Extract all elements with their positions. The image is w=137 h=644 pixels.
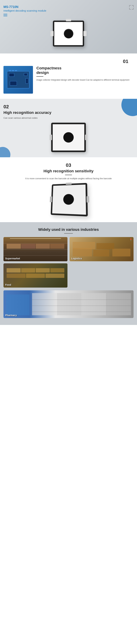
- shelf-row-1: [32, 300, 131, 300]
- shelf-lines-pharmacy: [4, 290, 133, 318]
- feature-title-compactness: Compactnessdesign: [36, 66, 133, 75]
- menu-line-1: [4, 14, 7, 14]
- industries-grid: Supermarket 📍 Logistics: [4, 237, 133, 318]
- box-2: [93, 250, 109, 256]
- food-item: [50, 268, 64, 272]
- pcb-chip-2: [24, 73, 27, 76]
- ceiling-light: [10, 238, 61, 239]
- food-item: [26, 274, 45, 278]
- pcb-board: [7, 71, 30, 88]
- food-label: Food: [5, 284, 11, 286]
- shelf-row-3: [32, 312, 131, 312]
- scanner-tab-top: [66, 19, 71, 21]
- scan-corners-icon: [129, 5, 133, 10]
- hero-top: MS-7710N Intelligent decoding scanning m…: [4, 5, 133, 16]
- hero-title-block: MS-7710N Intelligent decoding scanning m…: [4, 5, 46, 16]
- food-item: [7, 268, 21, 272]
- feature-number-02: 02: [4, 104, 133, 110]
- food-items-2: [7, 274, 64, 278]
- shelf-line-3: [4, 255, 67, 256]
- scanner-tab3-right: [87, 196, 89, 202]
- menu-line-2: [4, 15, 7, 15]
- scanner-device-2: [51, 123, 86, 152]
- pharmacy-image: [4, 290, 133, 318]
- food-image: [4, 263, 67, 288]
- feature-compactness-content: Compactnessdesign image collector Integr…: [4, 66, 133, 94]
- shelf-line-2: [4, 249, 67, 250]
- industry-card-pharmacy[interactable]: Pharmacy: [4, 290, 133, 318]
- scanner-tab-right: [83, 31, 87, 36]
- hero-subtitle: Intelligent decoding scanning module: [4, 9, 46, 12]
- industries-title: Widely used in various industries: [4, 227, 133, 232]
- feature-divider: [36, 76, 43, 77]
- shelf-lines-food: [4, 263, 67, 288]
- hero-product-image: [4, 20, 133, 46]
- feature-title-accuracy: High recognition accuracy: [4, 110, 133, 115]
- industry-card-food[interactable]: Food: [4, 263, 67, 288]
- pcb-chip-3: [10, 81, 17, 86]
- product-item: [21, 244, 35, 249]
- feature-desc-compactness: image collector Integrated design with d…: [36, 78, 133, 82]
- feature-compactness-section: 01 Compactnessdesign image collector Int…: [0, 54, 137, 99]
- menu-icon[interactable]: [4, 14, 46, 16]
- feature-accuracy-section: 02 High recognition accuracy Can scan va…: [0, 99, 137, 157]
- feature-desc-accuracy: Can scan various abnormal codes: [4, 116, 133, 119]
- feature-sensitivity-section: 03 High recognition sensitivity It is mo…: [0, 157, 137, 222]
- feature-title-sensitivity: High recognition sensitivity: [4, 169, 133, 173]
- box-5: [96, 243, 114, 249]
- location-icon: 📍: [129, 238, 132, 241]
- food-item: [7, 274, 26, 278]
- scanner-device-3: [51, 183, 88, 216]
- product-item: [50, 244, 64, 249]
- feature-number-03: 03: [4, 162, 133, 168]
- logistics-label: Logistics: [71, 257, 82, 260]
- scanner-device: [53, 20, 84, 46]
- accuracy-scanner-image: [4, 123, 133, 152]
- food-items-1: [7, 268, 64, 272]
- product-item: [36, 244, 50, 249]
- scanner-lens: [64, 29, 73, 38]
- feature-image-compactness: [4, 66, 33, 94]
- scanner-tab2-right: [85, 134, 87, 140]
- industries-divider: [64, 233, 73, 234]
- industries-section: Widely used in various industries: [0, 222, 137, 325]
- connector-3: [15, 70, 17, 72]
- scanner-tab3-left: [50, 196, 52, 202]
- hero-model: MS-7710N: [4, 5, 46, 9]
- scanner-lens-2: [63, 132, 74, 142]
- food-item: [21, 268, 35, 272]
- pharmacy-label: Pharmacy: [5, 314, 17, 317]
- box-4: [73, 242, 95, 249]
- pcb-chip-1: [9, 73, 14, 77]
- pharmacy-shelf-4: [106, 293, 131, 315]
- feature-desc-sensitivity: It is more convenient to scan the barcod…: [4, 177, 133, 180]
- industry-card-supermarket[interactable]: Supermarket: [4, 237, 67, 261]
- corner-br: [132, 8, 133, 10]
- pharmacy-shelves: [32, 293, 131, 315]
- scanner-tab-left: [50, 31, 54, 36]
- product-item: [7, 244, 21, 249]
- sensitivity-scanner-image: [4, 183, 133, 215]
- industry-card-logistics[interactable]: 📍 Logistics: [70, 237, 133, 261]
- menu-line-3: [4, 16, 7, 16]
- feature-number-01: 01: [4, 59, 133, 64]
- feature-text-compactness: Compactnessdesign image collector Integr…: [36, 66, 133, 94]
- pcb-chip-4: [26, 78, 28, 84]
- pcb-connectors: [9, 70, 17, 72]
- box-3: [112, 249, 130, 256]
- pharmacy-shelf-3: [82, 293, 106, 315]
- food-item: [36, 268, 50, 272]
- shelf-line-1: [4, 243, 67, 244]
- connector-1: [9, 70, 11, 72]
- scanner-tab3-top: [66, 182, 72, 185]
- sensitivity-divider: [65, 175, 72, 175]
- hero-section: MS-7710N Intelligent decoding scanning m…: [0, 0, 137, 54]
- pharmacy-shelf-left: [6, 294, 30, 315]
- shelf-products-1: [7, 244, 64, 249]
- scanner-tab2-left: [50, 134, 52, 140]
- corner-tr: [132, 5, 133, 7]
- box-1: [73, 248, 92, 256]
- shelf-row-2: [32, 306, 131, 306]
- supermarket-label: Supermarket: [5, 257, 20, 260]
- pharmacy-shelf-1: [32, 293, 57, 315]
